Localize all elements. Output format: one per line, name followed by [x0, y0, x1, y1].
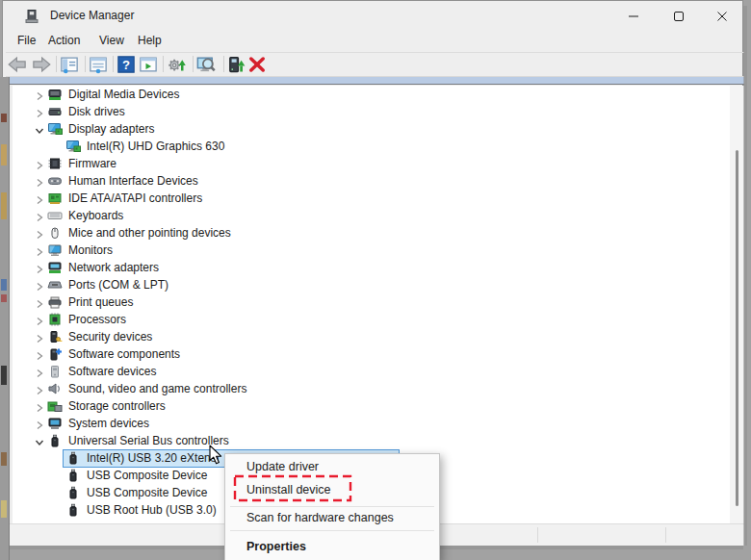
menu-view[interactable]: View [95, 30, 128, 52]
back-button[interactable] [8, 55, 27, 74]
tree-item-software-devices[interactable]: Software devices [13, 363, 730, 380]
minimize-button[interactable] [611, 2, 656, 30]
ide-controller-icon [47, 191, 63, 206]
menu-help[interactable]: Help [134, 30, 166, 52]
tree-item-label: Monitors [68, 242, 113, 259]
tree-item-mice-and-other-pointing-devices[interactable]: Mice and other pointing devices [13, 224, 730, 242]
software-device-icon [47, 364, 63, 379]
tree-item-label: Display adapters [68, 120, 154, 138]
chevron-right-icon[interactable] [34, 314, 45, 325]
tree-item-print-queues[interactable]: Print queues [13, 293, 730, 311]
toolbar-separator [163, 56, 164, 72]
tree-item-label: USB Root Hub (USB 3.0) [87, 501, 217, 519]
storage-controller-icon [47, 398, 63, 414]
tree-item-keyboards[interactable]: Keyboards [13, 207, 730, 224]
chevron-right-icon[interactable] [34, 210, 45, 221]
tree-item-software-components[interactable]: Software components [13, 345, 730, 363]
show-action-pane-button[interactable] [139, 55, 158, 74]
chevron-right-icon[interactable] [34, 175, 45, 187]
update-driver-button[interactable] [167, 55, 186, 74]
tree-item-sound-video-and-game-controllers[interactable]: Sound, video and game controllers [13, 380, 730, 397]
tree-item-processors[interactable]: Processors [13, 311, 730, 328]
enable-device-button[interactable] [226, 55, 246, 74]
chevron-right-icon[interactable] [34, 192, 45, 204]
chevron-right-icon[interactable] [34, 418, 45, 429]
forward-button[interactable] [32, 55, 51, 74]
minimize-icon [626, 9, 641, 24]
chevron-right-icon[interactable] [34, 400, 45, 412]
toolbar: ? [6, 53, 744, 76]
scrollbar-thumb[interactable] [736, 150, 738, 506]
keyboard-icon [47, 208, 63, 223]
tree-item-label: Firmware [68, 155, 117, 172]
scan-hardware-changes-button[interactable] [196, 55, 216, 74]
menu-separator [230, 506, 434, 507]
help-button[interactable]: ? [117, 55, 136, 74]
panel-top-strip [6, 77, 744, 85]
menu-action[interactable]: Action [44, 30, 84, 52]
mouse-icon [47, 225, 63, 241]
chevron-down-icon[interactable] [34, 123, 45, 135]
tree-item-label: Storage controllers [68, 397, 166, 415]
context-menu-item-properties[interactable]: Properties [225, 537, 439, 556]
desktop-fragment [1, 366, 7, 385]
close-button[interactable] [700, 2, 744, 30]
show-console-tree-button[interactable] [60, 55, 79, 74]
storage-controller-icon [47, 398, 63, 414]
security-device-icon [47, 329, 63, 344]
hid-icon [47, 173, 63, 189]
maximize-button[interactable] [657, 2, 701, 30]
processor-icon [47, 312, 63, 327]
tree-item-monitors[interactable]: Monitors [13, 242, 730, 259]
chevron-right-icon[interactable] [34, 106, 45, 117]
tree-item-intel-r-uhd-graphics-630[interactable]: Intel(R) UHD Graphics 630 [13, 138, 730, 155]
tree-item-firmware[interactable]: Firmware [13, 155, 730, 172]
tree-item-label: Human Interface Devices [68, 172, 198, 190]
context-menu-item-uninstall-device[interactable]: Uninstall device [225, 480, 439, 499]
toolbar-separator [113, 56, 114, 72]
media-device-icon [47, 87, 63, 102]
tree-item-disk-drives[interactable]: Disk drives [13, 103, 730, 120]
uninstall-device-button[interactable] [247, 55, 267, 74]
tree-item-universal-serial-bus-controllers[interactable]: Universal Serial Bus controllers [13, 432, 730, 449]
tree-item-label: USB Composite Device [87, 467, 207, 484]
action-pane-icon [139, 55, 158, 74]
vertical-scrollbar[interactable] [730, 86, 744, 523]
chevron-right-icon[interactable] [34, 296, 45, 308]
media-device-icon [47, 87, 63, 102]
usb-icon [65, 468, 81, 483]
system-device-icon [47, 416, 63, 431]
tree-item-ports-com-lpt[interactable]: Ports (COM & LPT) [13, 276, 730, 293]
tree-item-label: Ports (COM & LPT) [68, 276, 168, 293]
chevron-right-icon[interactable] [34, 244, 45, 256]
context-menu-item-update-driver[interactable]: Update driver [225, 457, 439, 476]
maximize-icon [671, 9, 686, 24]
chevron-right-icon[interactable] [34, 227, 45, 239]
chevron-right-icon[interactable] [34, 89, 45, 100]
chevron-right-icon[interactable] [34, 262, 45, 273]
tree-item-network-adapters[interactable]: Network adapters [13, 259, 730, 276]
tree-item-digital-media-devices[interactable]: Digital Media Devices [13, 86, 730, 103]
tree-item-display-adapters[interactable]: Display adapters [13, 120, 730, 138]
properties-button[interactable] [89, 55, 108, 74]
titlebar[interactable]: Device Manager [6, 2, 744, 30]
context-menu-item-scan-for-hardware-changes[interactable]: Scan for hardware changes [225, 508, 439, 527]
usb-icon [65, 485, 81, 500]
chevron-right-icon[interactable] [34, 383, 45, 395]
tree-item-ide-ata-atapi-controllers[interactable]: IDE ATA/ATAPI controllers [13, 190, 730, 207]
chevron-right-icon[interactable] [34, 279, 45, 291]
chevron-right-icon[interactable] [34, 366, 45, 377]
chevron-down-icon[interactable] [34, 435, 45, 446]
tree-item-storage-controllers[interactable]: Storage controllers [13, 397, 730, 415]
display-adapter-icon [65, 139, 81, 154]
menu-file[interactable]: File [13, 30, 39, 52]
tree-item-label: Universal Serial Bus controllers [68, 432, 229, 449]
chevron-right-icon[interactable] [34, 331, 45, 343]
console-tree-icon [60, 55, 79, 74]
chevron-right-icon[interactable] [34, 348, 45, 360]
chevron-right-icon[interactable] [34, 158, 45, 169]
tree-item-system-devices[interactable]: System devices [13, 415, 730, 432]
tree-item-security-devices[interactable]: Security devices [13, 328, 730, 345]
tree-item-human-interface-devices[interactable]: Human Interface Devices [13, 172, 730, 190]
security-device-icon [47, 329, 63, 344]
